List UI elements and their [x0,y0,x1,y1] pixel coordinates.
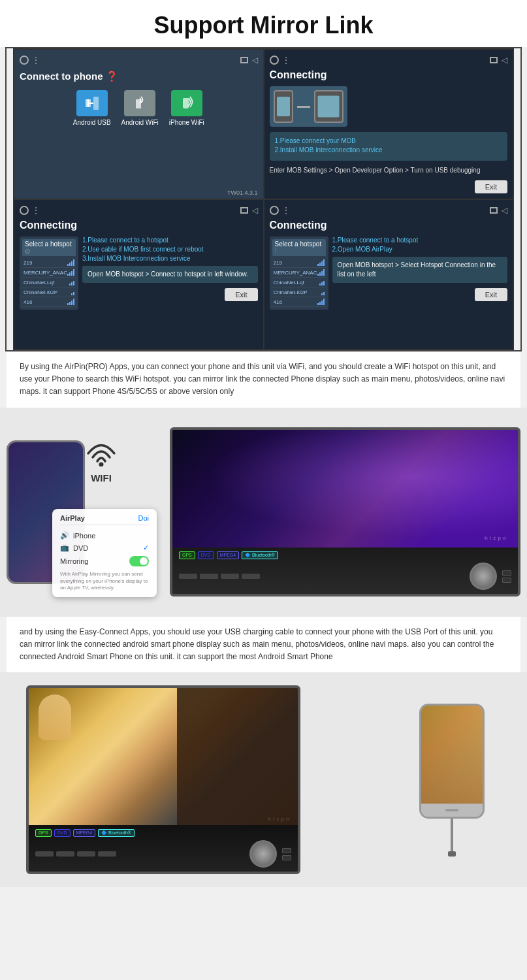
airplay-header: AirPlay Doi [60,514,149,525]
usb-cable-visual [448,819,456,857]
airplay-dvd-label: DVD [73,544,143,552]
wifi-label: WIFI [82,472,121,483]
description-text-1: By using the AirPin(PRO) Apps, you can c… [20,361,507,399]
wifi-icon-br-4 [317,299,325,305]
ctrl-btn-5 [35,851,54,857]
android-wifi-option[interactable]: Android WiFi [121,90,159,126]
car-display-large: hizpo GPS DVD MPEG4 🔷 Bluetooth® [26,685,383,874]
hotspot-item-4-br: 416 [272,297,326,307]
wifi-icon-bl-0 [67,259,74,266]
gps-badge: GPS [179,551,195,559]
iphone-wifi-icon [171,90,202,116]
circle-icon-br [270,206,279,215]
phone-usb-demo [403,704,501,857]
description-section-1: By using the AirPin(PRO) Apps, you can c… [7,351,520,408]
screenshots-container: ⋮ ◁ Connect to phone ❓ [5,47,522,351]
ctrl-btn-4 [242,574,260,579]
iphone-wifi-option[interactable]: iPhone WiFi [169,90,204,126]
exit-btn-tr[interactable]: Exit [475,180,507,193]
cable-wire [451,819,453,851]
main-knob-2[interactable] [249,840,277,868]
aux-port [502,578,511,583]
connecting-box-tr: 1.Please connect your MOB 2.Install MOB … [270,132,508,161]
hotspot-item-3-bl: ChinaNet-i02P [22,287,76,297]
step-1-br: 1.Please connect to a hotspot [332,237,508,244]
android-wifi-icon [124,90,155,116]
hotspot-steps-bl: 1.Please connect to a hotspot 2.Use cabl… [82,237,258,310]
step-1-bl: 1.Please connect to a hotspot [82,237,258,244]
exit-btn-bl[interactable]: Exit [225,288,257,301]
hotspot-title-bl: Select a hotspot ⊙ [22,239,76,256]
airplay-mirroring-row: Mirroring [60,554,149,568]
android-wifi-label: Android WiFi [121,119,159,126]
wifi-icon-br-1 [317,269,325,276]
topbar-right-bl: ◁ [240,206,258,215]
connecting-desc-tr: Enter MOB Settings > Open Developer Opti… [270,166,508,175]
arrow-icon-bl: ◁ [252,206,258,215]
airplay-item-dvd: 📺 DVD ✓ [60,542,149,554]
hotspot-list-br: Select a hotspot ! 219 MERCURY_ANAC [270,237,328,310]
screen-topbar-tr: ⋮ ◁ [270,55,508,65]
wifi-icon-br-0 [317,259,325,266]
dots-icon-tl: ⋮ [31,55,41,65]
dots-icon-br: ⋮ [281,205,291,216]
wifi-demo-section: WIFI AirPlay Doi 🔊 iPhone 📺 DVD ✓ [0,408,527,617]
version-text: TW01.4.3.1 [227,189,258,196]
home-btn [445,809,458,811]
bottom-demo-section: hizpo GPS DVD MPEG4 🔷 Bluetooth® [0,672,527,887]
hotspot-section-bl: Select a hotspot ⊙ 219 MERCURY_ANAC [20,237,258,310]
mirroring-label: Mirroring [60,557,88,565]
step-2-bl: 2.Use cable if MOB first connect or rebo… [82,246,258,253]
android-usb-option[interactable]: Android USB [73,90,111,126]
airplay-popup: AirPlay Doi 🔊 iPhone 📺 DVD ✓ Mirroring W… [52,509,157,596]
hotspot-item-4-bl: 416 [22,297,76,307]
airplay-done[interactable]: Doi [138,514,149,522]
topbar-right-tl: ◁ [240,56,258,65]
arrow-icon-tl: ◁ [252,56,258,65]
main-knob[interactable] [470,563,497,590]
mirroring-toggle[interactable] [129,556,149,566]
mpeg4-badge: MPEG4 [217,551,240,559]
hotspot-item-2-bl: ChinaNet-Lqf [22,278,76,287]
screen-cell-connecting-br: ⋮ ◁ Connecting Select a hotspot ! [264,200,513,349]
ctrl-btn-3 [221,574,239,579]
hotspot-title-br: Select a hotspot ! [272,239,326,256]
wifi-icon-bl-2 [69,279,74,286]
hotspot-steps-br: 1.Please connect to a hotspot 2.Open MOB… [332,237,508,310]
step-desc-br: Open MOB hotspot > Select Hotspot Connec… [338,261,503,279]
screen-topbar-tl: ⋮ ◁ [20,55,258,65]
topbar-left-bl: ⋮ [20,205,41,216]
screenshot-grid: ⋮ ◁ Connect to phone ❓ [13,48,514,350]
dvd-badge: DVD [198,551,214,559]
step-3-bl: 3.Install MOB Interconnection service [82,255,258,262]
description-section-2: and by using the Easy-Connect Apps, you … [7,617,520,673]
arrow-icon-br: ◁ [502,206,507,215]
arrow-icon-tr: ◁ [502,56,507,65]
wifi-icon-bl-4 [67,299,74,305]
question-mark: ❓ [106,71,118,82]
dots-icon-bl: ⋮ [31,205,41,216]
iphone-wifi-label: iPhone WiFi [169,119,204,126]
hotspot-item-2-br: ChinaNet-Lqf [272,278,326,287]
hotspot-item-1-bl: MERCURY_ANAC [22,268,76,278]
demo-phone-2 [419,704,485,819]
ctrl-btn-2 [200,574,218,579]
topbar-left-br: ⋮ [270,205,291,216]
usb-port [502,570,511,576]
hotspot-section-br: Select a hotspot ! 219 MERCURY_ANAC [270,237,508,310]
wifi-icon-bl-3 [71,289,74,295]
screen-topbar-br: ⋮ ◁ [270,205,508,216]
connecting-step-tr-2: 2.Install MOB interconnection service [275,146,503,154]
topbar-left-tr: ⋮ [270,55,291,65]
exit-btn-br[interactable]: Exit [475,288,507,301]
cable-tr [297,106,310,108]
connect-title: Connect to phone ❓ [20,71,258,82]
wifi-icon-br-3 [321,289,325,295]
connect-options: Android USB Android WiFi [20,90,258,126]
phone-demo-left: WIFI AirPlay Doi 🔊 iPhone 📺 DVD ✓ [7,421,157,604]
airplay-title: AirPlay [60,514,85,522]
bluetooth-badge: 🔷 Bluetooth® [242,551,278,559]
wifi-icon-bl-1 [67,269,74,276]
android-usb-icon [76,90,108,116]
connecting-title-bl: Connecting [20,220,258,231]
